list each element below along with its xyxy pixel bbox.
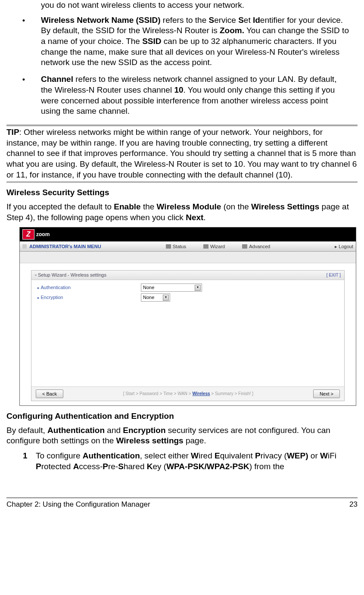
chevron-down-icon: ▾: [163, 295, 169, 301]
intro-tail: you do not want wireless clients to acce…: [41, 0, 358, 11]
step-number: 1: [23, 451, 36, 472]
wizard-titlebar: ▫ Setup Wizard - Wireless settings [ EXI…: [31, 271, 344, 280]
tip-block: TIP: Other wireless networks might be wi…: [6, 127, 358, 182]
field-encryption: Encryption None▾: [37, 293, 338, 302]
wizard-footer: < Back [ Start > Password > Time > WAN >…: [31, 386, 344, 401]
status-icon: [166, 244, 171, 249]
select-encryption[interactable]: None▾: [141, 293, 170, 302]
exit-link[interactable]: [ EXIT ]: [327, 272, 341, 278]
bullet-ssid-text: Wireless Network Name (SSID) refers to t…: [41, 15, 358, 68]
router-header: Z zoom: [20, 227, 356, 241]
label-encryption: Encryption: [37, 294, 141, 301]
chevron-down-icon: ▾: [195, 285, 201, 291]
heading-config-auth-enc: Configuring Authentication and Encryptio…: [6, 411, 358, 422]
router-screenshot: Z zoom ADMINISTRATOR's MAIN MENU Status …: [19, 227, 356, 406]
menu-advanced[interactable]: Advanced: [242, 243, 270, 249]
step-1-text: To configure Authentication, select eith…: [36, 451, 358, 472]
bullet-marker: •: [6, 74, 41, 117]
wireless-security-intro: If you accepted the default to Enable th…: [6, 202, 358, 223]
menu-status[interactable]: Status: [166, 243, 186, 249]
footer-page-number: 23: [349, 500, 358, 509]
bullet-list: • Wireless Network Name (SSID) refers to…: [6, 15, 358, 117]
zoom-logo-icon: Z: [22, 229, 34, 240]
router-menubar: ADMINISTRATOR's MAIN MENU Status Wizard …: [20, 241, 356, 252]
breadcrumb-active: Wireless: [192, 391, 210, 396]
heading-wireless-security: Wireless Security Settings: [6, 187, 358, 198]
bullet-channel-text: Channel refers to the wireless network c…: [41, 74, 358, 117]
next-button[interactable]: Next >: [313, 389, 340, 398]
field-authentication: Authentication None▾: [37, 283, 338, 292]
menu-main-label[interactable]: ADMINISTRATOR's MAIN MENU: [29, 243, 101, 249]
config-auth-enc-intro: By default, Authentication and Encryptio…: [6, 425, 358, 446]
menu-wizard[interactable]: Wizard: [203, 243, 225, 249]
footer-chapter: Chapter 2: Using the Configuration Manag…: [6, 500, 150, 509]
tip-divider: [6, 125, 358, 126]
wizard-title-text: ▫ Setup Wizard - Wireless settings: [35, 272, 106, 278]
bullet-channel: • Channel refers to the wireless network…: [6, 74, 358, 117]
label-authentication: Authentication: [37, 284, 141, 291]
menu-icon: [22, 244, 27, 249]
zoom-logo-text: zoom: [36, 231, 50, 238]
advanced-icon: [242, 244, 247, 249]
wizard-body: Authentication None▾ Encryption None▾: [31, 280, 344, 386]
wizard-panel: ▫ Setup Wizard - Wireless settings [ EXI…: [31, 270, 345, 401]
router-toolbar-strip: [20, 252, 356, 263]
bullet-ssid: • Wireless Network Name (SSID) refers to…: [6, 15, 358, 68]
wizard-icon: [203, 244, 208, 249]
wizard-breadcrumb: [ Start > Password > Time > WAN > Wirele…: [123, 391, 253, 396]
back-button[interactable]: < Back: [36, 389, 63, 398]
step-1: 1 To configure Authentication, select ei…: [23, 451, 358, 472]
page-footer: Chapter 2: Using the Configuration Manag…: [6, 498, 358, 509]
select-authentication[interactable]: None▾: [141, 283, 202, 292]
bullet-marker: •: [6, 15, 41, 68]
menu-logout[interactable]: ▸ Logout: [335, 243, 353, 249]
